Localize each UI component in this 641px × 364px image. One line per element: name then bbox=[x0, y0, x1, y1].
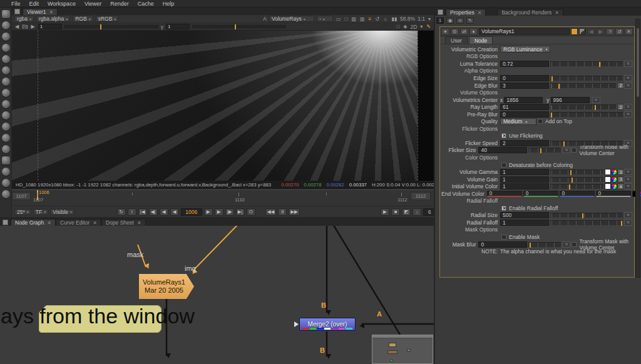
pane-menu-icon[interactable] bbox=[3, 220, 8, 225]
edge-blur-slider[interactable] bbox=[550, 83, 616, 88]
gl-color-swatch[interactable] bbox=[579, 28, 586, 35]
revert-icon[interactable]: ↺ bbox=[615, 28, 623, 35]
pre-ray-blur-field[interactable] bbox=[500, 111, 549, 118]
proxy-icon[interactable]: ▨ bbox=[351, 16, 357, 22]
mask-blur-slider[interactable] bbox=[528, 242, 561, 247]
use-flickering-checkbox[interactable] bbox=[501, 133, 506, 138]
animation-menu-icon[interactable]: ≈ bbox=[624, 176, 632, 183]
out-point-button[interactable]: O bbox=[247, 208, 255, 216]
loop-mode-button[interactable]: ↻ bbox=[117, 208, 126, 216]
node-color-swatch[interactable] bbox=[571, 28, 578, 35]
channel-nodes-icon[interactable] bbox=[2, 33, 10, 41]
next-icon[interactable]: ▶ bbox=[31, 24, 36, 29]
timeline[interactable]: 1107 1112 1006 1107 1110 1112 bbox=[12, 190, 438, 206]
help-icon[interactable]: ? bbox=[606, 28, 614, 35]
animation-menu-icon[interactable]: ≈ bbox=[624, 212, 632, 218]
viewer-image[interactable] bbox=[12, 31, 418, 181]
volume-gain-field[interactable] bbox=[500, 176, 549, 183]
animation-menu-icon[interactable]: ≈ bbox=[624, 111, 632, 118]
pin-icon[interactable]: ♦ bbox=[469, 28, 478, 35]
end-color-r-field[interactable] bbox=[487, 191, 522, 197]
close-icon[interactable]: ✕ bbox=[478, 10, 482, 16]
menu-help[interactable]: Help bbox=[163, 1, 175, 7]
pane-menu-icon[interactable] bbox=[14, 9, 20, 14]
3d-nodes-icon[interactable] bbox=[2, 100, 10, 108]
close-icon[interactable]: ✕ bbox=[47, 220, 51, 226]
keyer-nodes-icon[interactable] bbox=[2, 66, 10, 74]
chevron-down-icon[interactable]: ▾ bbox=[428, 16, 431, 22]
pencil-icon[interactable]: ✎ bbox=[466, 18, 474, 24]
plugins-icon[interactable] bbox=[2, 190, 10, 198]
tiny-node[interactable] bbox=[387, 350, 397, 354]
color-wheel-icon[interactable] bbox=[611, 183, 617, 190]
end-color-a-field[interactable] bbox=[596, 191, 631, 197]
menu-viewer[interactable]: Viewer bbox=[85, 1, 101, 7]
max-panels-field[interactable]: 1 bbox=[436, 18, 444, 24]
clock-icon[interactable]: ⊙ bbox=[451, 28, 459, 35]
backdrop-node[interactable] bbox=[372, 335, 433, 364]
range-end-field[interactable]: 1112 bbox=[411, 192, 431, 200]
tab-properties[interactable]: Properties✕ bbox=[446, 9, 486, 16]
channel-count-badge[interactable]: 3 bbox=[617, 176, 624, 183]
colorspace-dropdown[interactable]: sRGB bbox=[96, 16, 119, 22]
edge-size-slider[interactable] bbox=[550, 76, 623, 81]
step-back-button[interactable]: ◀ bbox=[160, 208, 168, 216]
initial-volume-color-field[interactable] bbox=[500, 183, 549, 190]
frame-step-field[interactable]: 8 bbox=[278, 208, 287, 216]
volume-gamma-field[interactable] bbox=[500, 169, 549, 175]
edge-size-field[interactable] bbox=[500, 75, 549, 81]
stop-button[interactable]: ■ bbox=[391, 208, 400, 216]
channel-count-badge[interactable]: 4 bbox=[617, 183, 624, 190]
gamut-icon[interactable]: ◈ bbox=[403, 24, 408, 29]
wipe-icon[interactable]: ▭ bbox=[336, 16, 342, 22]
flipbook-button[interactable]: ▶ bbox=[381, 208, 389, 216]
step-forward-button[interactable]: ▶ bbox=[215, 208, 223, 216]
timeline-range-dropdown[interactable]: TF bbox=[33, 209, 48, 215]
luma-tolerance-field[interactable] bbox=[500, 61, 549, 67]
deep-nodes-icon[interactable] bbox=[2, 123, 10, 131]
gain-slider[interactable] bbox=[64, 25, 158, 28]
pre-ray-blur-slider[interactable] bbox=[550, 112, 623, 117]
frame-increment-button[interactable]: ▶▶ bbox=[289, 208, 300, 216]
node-graph-canvas[interactable]: ays from the window mask img B A B B Vol… bbox=[0, 226, 434, 364]
menu-render[interactable]: Render bbox=[110, 1, 129, 7]
transform-mask-checkbox[interactable] bbox=[572, 242, 577, 247]
flicker-speed-field[interactable] bbox=[500, 140, 549, 146]
edge-blur-field[interactable] bbox=[500, 83, 549, 89]
properties-scrollbar[interactable] bbox=[635, 19, 640, 278]
ray-length-slider[interactable] bbox=[550, 104, 616, 109]
close-icon[interactable]: ✕ bbox=[137, 220, 141, 226]
play-forward-button[interactable]: ▶ bbox=[204, 208, 213, 216]
animation-menu-icon[interactable]: ≈ bbox=[624, 169, 632, 175]
timeline-ruler[interactable]: 1006 1107 1110 1112 bbox=[32, 191, 411, 201]
fps-dropdown[interactable]: 25* bbox=[14, 209, 31, 215]
redo-icon[interactable]: ▶ bbox=[597, 28, 605, 35]
pencil-icon[interactable]: ✎ bbox=[426, 24, 431, 29]
layer-dropdown[interactable]: rgba.alpha bbox=[36, 16, 70, 22]
ray-length-field[interactable] bbox=[500, 104, 549, 110]
toolsets-icon[interactable] bbox=[2, 156, 10, 164]
mask-blur-field[interactable] bbox=[478, 241, 527, 248]
focus-icon[interactable]: ◉ bbox=[446, 18, 454, 24]
scanline-icon[interactable]: ≡ bbox=[368, 16, 372, 22]
visible-dropdown[interactable]: Visible bbox=[50, 209, 74, 215]
volumetric-creation-dropdown[interactable]: RGB Luminance bbox=[500, 46, 550, 53]
tab-dope-sheet[interactable]: Dope Sheet✕ bbox=[101, 219, 146, 226]
frame-decrement-button[interactable]: ◀◀ bbox=[265, 208, 277, 216]
tab-curve-editor[interactable]: Curve Editor✕ bbox=[56, 219, 101, 226]
tab-node[interactable]: Node bbox=[469, 36, 493, 44]
backdrop-header[interactable] bbox=[372, 335, 433, 338]
color-wheel-icon[interactable] bbox=[611, 176, 617, 183]
metadata-nodes-icon[interactable] bbox=[2, 145, 10, 153]
in-point-button[interactable]: I bbox=[128, 208, 136, 216]
chevron-down-icon[interactable]: ▾ bbox=[419, 24, 423, 29]
download-button[interactable]: ↓ bbox=[413, 208, 421, 216]
tab-node-graph[interactable]: Node Graph✕ bbox=[11, 219, 56, 226]
image-nodes-icon[interactable] bbox=[2, 10, 10, 18]
zoom-level[interactable]: 58.8% bbox=[400, 16, 415, 22]
color-nodes-icon[interactable] bbox=[2, 44, 10, 52]
animation-menu-icon[interactable]: ≈ bbox=[592, 97, 600, 103]
animation-menu-icon[interactable]: ≈ bbox=[562, 241, 570, 248]
animation-menu-icon[interactable]: ≈ bbox=[624, 61, 632, 67]
initial-volume-color-slider[interactable] bbox=[550, 184, 603, 189]
